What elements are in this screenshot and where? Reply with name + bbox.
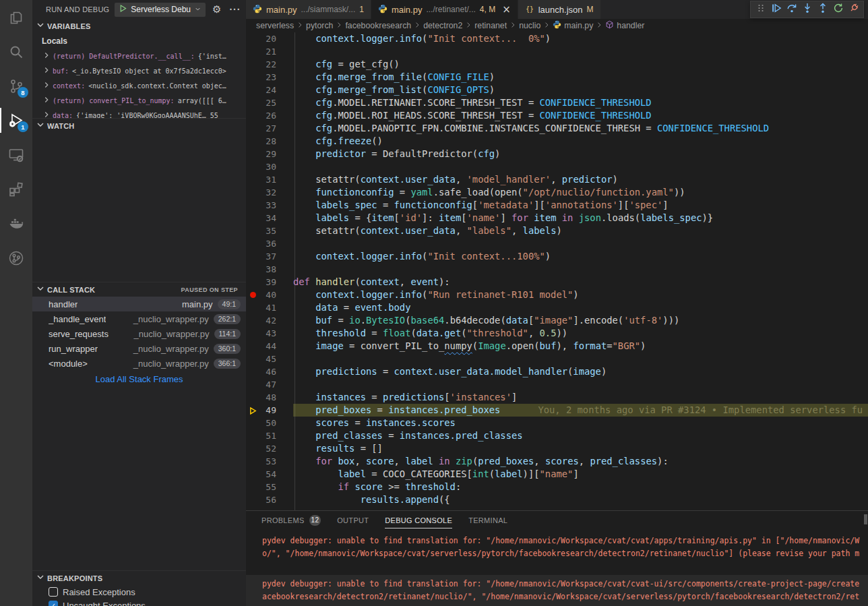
editor-gutter[interactable]: 40 (246, 289, 293, 301)
step-into-button[interactable] (799, 1, 815, 18)
editor-gutter[interactable]: 25 (246, 96, 293, 109)
editor-gutter[interactable]: 45 (246, 353, 293, 365)
editor-gutter[interactable]: 39 (246, 276, 293, 289)
breadcrumb-item-handler[interactable]: handler (605, 20, 644, 31)
activity-item-run-and-debug[interactable]: 1 (0, 103, 32, 138)
panel-tab-debug-console[interactable]: DEBUG CONSOLE (385, 511, 452, 529)
editor-gutter[interactable]: 56 (246, 493, 293, 506)
panel-tab-output[interactable]: OUTPUT (337, 511, 369, 529)
activity-item-extensions[interactable] (0, 172, 32, 206)
gear-icon[interactable]: ⚙ (212, 3, 221, 16)
editor-gutter[interactable]: 23 (246, 71, 293, 84)
editor-gutter[interactable]: 42 (246, 314, 293, 327)
editor-gutter[interactable]: 55 (246, 481, 293, 493)
stack-frame-row[interactable]: serve_requests_nuclio_wrapper.py114:1 (32, 326, 246, 341)
chevron-right-icon[interactable] (42, 80, 51, 91)
chevron-right-icon[interactable] (42, 110, 51, 118)
load-all-stack-frames-link[interactable]: Load All Stack Frames (32, 374, 246, 384)
continue-button[interactable] (768, 1, 784, 18)
start-debug-icon[interactable] (119, 3, 127, 16)
console-scrollbar[interactable] (864, 514, 867, 524)
step-out-button[interactable] (815, 1, 830, 18)
breadcrumb-item-serverless[interactable]: serverless (256, 21, 294, 30)
more-actions-icon[interactable]: ··· (229, 4, 241, 15)
editor-gutter[interactable]: 43 (246, 327, 293, 340)
watch-pane-header[interactable]: WATCH (32, 118, 246, 133)
editor-tab-launch.json[interactable]: {}launch.jsonM (518, 0, 600, 19)
editor-gutter[interactable]: 38 (246, 263, 293, 276)
editor-gutter[interactable]: 41 (246, 301, 293, 314)
activity-item-docker[interactable] (0, 206, 32, 241)
launch-config-dropdown[interactable]: Serverless Debu (115, 3, 206, 17)
panel-tab-problems[interactable]: PROBLEMS12 (261, 511, 321, 529)
editor-gutter[interactable]: 29 (246, 148, 293, 160)
breadcrumb-item-detectron2[interactable]: detectron2 (423, 21, 462, 30)
editor-gutter[interactable]: 26 (246, 109, 293, 122)
editor-gutter[interactable]: 53 (246, 455, 293, 468)
editor-gutter[interactable]: 28 (246, 135, 293, 148)
editor-gutter[interactable]: 21 (246, 45, 293, 58)
breakpoint-checkbox[interactable]: ✓ (49, 601, 58, 606)
restart-button[interactable] (830, 1, 846, 18)
editor-gutter[interactable]: 30 (246, 160, 293, 173)
editor-gutter[interactable]: 20 (246, 32, 293, 45)
stack-frame-row[interactable]: _handle_event_nuclio_wrapper.py262:1 (32, 311, 246, 326)
panel-tab-terminal[interactable]: TERMINAL (468, 511, 507, 529)
variable-row[interactable]: (return) convert_PIL_to_numpy:array([[[ … (32, 93, 246, 108)
variables-pane-header[interactable]: VARIABLES (32, 19, 246, 34)
editor-gutter[interactable]: 34 (246, 212, 293, 224)
step-over-button[interactable] (784, 1, 799, 18)
editor-gutter[interactable]: 46 (246, 365, 293, 378)
editor-tab-main.py[interactable]: main.py.../retinanet/...4, M× (371, 0, 518, 19)
breadcrumb-item-facebookresearch[interactable]: facebookresearch (345, 21, 411, 30)
breakpoints-pane-header[interactable]: BREAKPOINTS (32, 570, 246, 585)
editor-gutter[interactable]: 44 (246, 340, 293, 353)
editor-gutter[interactable]: 47 (246, 378, 293, 391)
variable-row[interactable]: data:{'image': 'iVBORw0KGgoAAAANSUhE… 55 (32, 108, 246, 118)
editor-gutter[interactable]: 27 (246, 122, 293, 135)
variables-scope[interactable]: Locals (32, 34, 246, 49)
editor-gutter[interactable]: 51 (246, 429, 293, 442)
editor-gutter[interactable]: 49 (246, 404, 293, 417)
editor-gutter[interactable]: 48 (246, 391, 293, 404)
editor-gutter[interactable]: 32 (246, 186, 293, 199)
breakpoint-row[interactable]: ✓Uncaught Exceptions (32, 599, 246, 606)
activity-item-git-graph[interactable] (0, 241, 32, 275)
editor-gutter[interactable]: 36 (246, 237, 293, 250)
chevron-right-icon[interactable] (42, 95, 51, 106)
editor-gutter[interactable]: 24 (246, 84, 293, 96)
breakpoint-checkbox[interactable] (49, 587, 58, 597)
chevron-right-icon[interactable] (42, 65, 51, 76)
breadcrumb-item-retinanet[interactable]: retinanet (474, 21, 507, 30)
call-stack-pane-header[interactable]: CALL STACK PAUSED ON STEP (32, 282, 246, 297)
drag-grip-button[interactable] (753, 1, 768, 18)
editor-tab-main.py[interactable]: main.py.../siammask/...1 (246, 0, 371, 19)
activity-item-explorer[interactable] (0, 0, 32, 34)
editor-gutter[interactable]: 22 (246, 58, 293, 71)
editor-gutter[interactable]: 33 (246, 199, 293, 212)
editor-gutter[interactable]: 37 (246, 250, 293, 263)
activity-item-search[interactable] (0, 34, 32, 69)
activity-item-source-control[interactable]: 8 (0, 69, 32, 103)
editor-gutter[interactable]: 54 (246, 468, 293, 481)
breadcrumb-item-pytorch[interactable]: pytorch (306, 21, 333, 30)
debug-console-output[interactable]: pydev debugger: unable to find translati… (246, 530, 868, 606)
activity-item-remote-explorer[interactable] (0, 138, 32, 172)
editor-gutter[interactable]: 52 (246, 442, 293, 455)
disconnect-button[interactable] (846, 1, 861, 18)
stack-frame-row[interactable]: <module>_nuclio_wrapper.py366:1 (32, 356, 246, 371)
breadcrumb-item-main.py[interactable]: main.py (553, 20, 593, 31)
chevron-right-icon[interactable] (42, 51, 51, 61)
variable-row[interactable]: buf:<_io.BytesIO object at 0x7f5a2dc1ecc… (32, 63, 246, 78)
breadcrumb-item-nuclio[interactable]: nuclio (519, 21, 540, 30)
stack-frame-row[interactable]: run_wrapper_nuclio_wrapper.py360:1 (32, 341, 246, 356)
variable-row[interactable]: context:<nuclio_sdk.context.Context obje… (32, 78, 246, 93)
close-icon[interactable]: × (502, 3, 511, 16)
editor-gutter[interactable]: 35 (246, 224, 293, 237)
code-editor[interactable]: 20 context.logger.info("Init context... … (246, 32, 868, 510)
editor-gutter[interactable]: 50 (246, 417, 293, 429)
breakpoint-row[interactable]: Raised Exceptions (32, 585, 246, 599)
variable-row[interactable]: (return) DefaultPredictor.__call__:{'ins… (32, 49, 246, 63)
editor-gutter[interactable]: 31 (246, 173, 293, 186)
stack-frame-row[interactable]: handlermain.py49:1 (32, 297, 246, 311)
